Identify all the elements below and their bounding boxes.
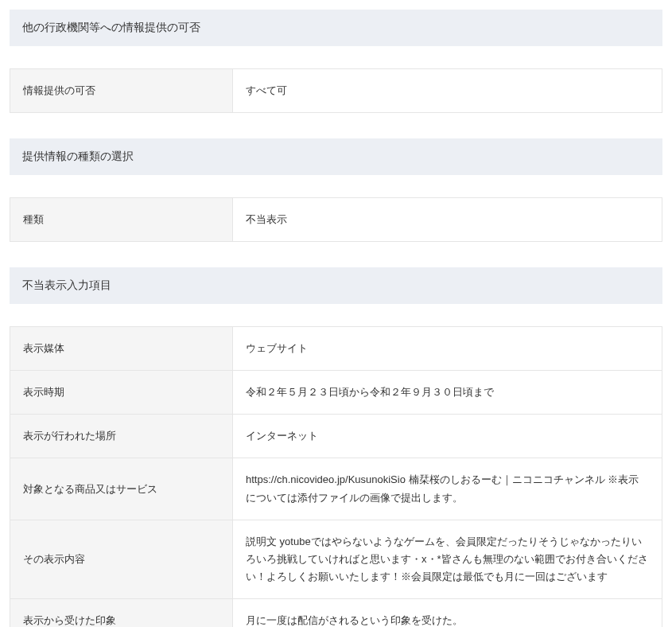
table-row: 情報提供の可否 すべて可	[10, 69, 662, 113]
table-row: 種類 不当表示	[10, 198, 662, 242]
table-row: 表示媒体 ウェブサイト	[10, 327, 662, 371]
row-label: 種類	[10, 198, 233, 242]
row-value: すべて可	[233, 69, 662, 113]
table-row: 表示が行われた場所 インターネット	[10, 415, 662, 458]
row-value: 不当表示	[233, 198, 662, 242]
section-header: 提供情報の種類の選択	[10, 138, 662, 175]
row-value: ウェブサイト	[233, 327, 662, 371]
row-value: 説明文 yotubeではやらないようなゲームを、会員限定だったりそうじゃなかった…	[233, 520, 662, 598]
gap	[10, 46, 662, 68]
row-label: 表示時期	[10, 371, 233, 415]
section-unfair-display-items: 不当表示入力項目 表示媒体 ウェブサイト 表示時期 令和２年５月２３日頃から令和…	[10, 267, 662, 627]
table-row: その表示内容 説明文 yotubeではやらないようなゲームを、会員限定だったりそ…	[10, 520, 662, 598]
row-value: インターネット	[233, 415, 662, 458]
gap	[10, 175, 662, 197]
row-label: その表示内容	[10, 520, 233, 598]
table-unfair-display-items: 表示媒体 ウェブサイト 表示時期 令和２年５月２３日頃から令和２年９月３０日頃ま…	[10, 326, 662, 627]
table-information-sharing: 情報提供の可否 すべて可	[10, 68, 662, 113]
section-type-selection: 提供情報の種類の選択 種類 不当表示	[10, 138, 662, 242]
row-label: 表示媒体	[10, 327, 233, 371]
table-type-selection: 種類 不当表示	[10, 197, 662, 242]
section-header: 不当表示入力項目	[10, 267, 662, 304]
row-label: 情報提供の可否	[10, 69, 233, 113]
row-label: 表示から受けた印象	[10, 598, 233, 627]
row-value: https://ch.nicovideo.jp/KusunokiSio 楠栞桜の…	[233, 458, 662, 520]
row-value: 月に一度は配信がされるという印象を受けた。	[233, 598, 662, 627]
section-header: 他の行政機関等への情報提供の可否	[10, 10, 662, 46]
row-label: 対象となる商品又はサービス	[10, 458, 233, 520]
gap	[10, 304, 662, 326]
row-value: 令和２年５月２３日頃から令和２年９月３０日頃まで	[233, 371, 662, 415]
section-information-sharing: 他の行政機関等への情報提供の可否 情報提供の可否 すべて可	[10, 10, 662, 113]
table-row: 表示時期 令和２年５月２３日頃から令和２年９月３０日頃まで	[10, 371, 662, 415]
table-row: 表示から受けた印象 月に一度は配信がされるという印象を受けた。	[10, 598, 662, 627]
row-label: 表示が行われた場所	[10, 415, 233, 458]
table-row: 対象となる商品又はサービス https://ch.nicovideo.jp/Ku…	[10, 458, 662, 520]
